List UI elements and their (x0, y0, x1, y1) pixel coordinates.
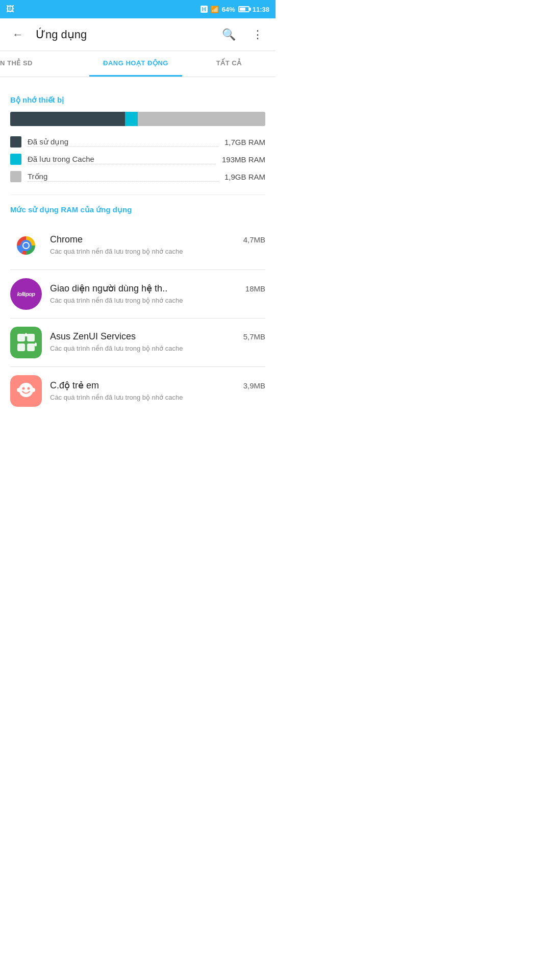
svg-point-12 (22, 387, 25, 390)
battery-percent: 64% (222, 6, 235, 13)
free-color-swatch (10, 171, 21, 182)
apps-section: Mức sử dụng RAM của ứng dụng (10, 205, 265, 415)
cache-color-swatch (10, 154, 21, 165)
chrome-app-size: 4,7MB (243, 235, 265, 244)
search-button[interactable]: 🔍 (218, 24, 240, 45)
svg-rect-6 (27, 334, 35, 341)
svg-point-15 (31, 388, 35, 392)
chrome-name-row: Chrome 4,7MB (50, 234, 265, 245)
free-value: 1,9GB RAM (224, 173, 265, 181)
apps-section-title: Mức sử dụng RAM của ứng dụng (10, 205, 265, 214)
kids-app-size: 3,9MB (243, 381, 265, 390)
svg-rect-5 (17, 334, 25, 341)
memory-bar (10, 112, 265, 126)
kids-name-row: C.độ trẻ em 3,9MB (50, 380, 265, 391)
battery-icon (238, 6, 249, 12)
signal-bars-icon: 📶 (211, 6, 219, 13)
tab-running[interactable]: ĐANG HOẠT ĐỘNG (89, 51, 183, 77)
svg-point-11 (19, 383, 33, 397)
app-item-kids[interactable]: C.độ trẻ em 3,9MB Các quá trình nền đã l… (10, 367, 265, 415)
lollipop-icon-visual: lollipop (10, 278, 42, 310)
svg-rect-7 (17, 344, 25, 351)
kids-app-name: C.độ trẻ em (50, 380, 99, 391)
status-bar: 🖼 H 📶 64% 11:38 (0, 0, 276, 18)
svg-rect-8 (27, 344, 35, 351)
zenui-name-row: Asus ZenUI Services 5,7MB (50, 331, 265, 342)
toolbar: ← Ứng dụng 🔍 ⋮ (0, 18, 276, 51)
chrome-app-name: Chrome (50, 234, 83, 245)
back-button[interactable]: ← (8, 24, 28, 45)
memory-section: Bộ nhớ thiết bị Đã sử dụng 1,7GB RAM Đã … (10, 95, 265, 182)
zenui-app-info: Asus ZenUI Services 5,7MB Các quá trình … (50, 331, 265, 353)
chrome-app-icon (10, 230, 42, 261)
main-content: Bộ nhớ thiết bị Đã sử dụng 1,7GB RAM Đã … (0, 77, 276, 415)
app-item-lollipop[interactable]: lollipop Giao diện người dùng hệ th.. 18… (10, 270, 265, 318)
svg-point-13 (28, 387, 30, 390)
cache-value: 193MB RAM (222, 155, 265, 164)
lollipop-app-icon: lollipop (10, 278, 42, 310)
lollipop-name-row: Giao diện người dùng hệ th.. 18MB (50, 283, 265, 294)
legend-cache: Đã lưu trong Cache 193MB RAM (10, 154, 265, 165)
section-divider (10, 194, 265, 195)
status-bar-left: 🖼 (6, 5, 14, 14)
cloud-icon: 🖼 (6, 5, 14, 14)
kids-app-info: C.độ trẻ em 3,9MB Các quá trình nền đã l… (50, 380, 265, 402)
memory-bar-used (10, 112, 125, 126)
lollipop-app-name: Giao diện người dùng hệ th.. (50, 283, 167, 294)
time-display: 11:38 (253, 6, 269, 13)
zenui-app-size: 5,7MB (243, 332, 265, 341)
memory-section-title: Bộ nhớ thiết bị (10, 95, 265, 105)
used-label: Đã sử dụng (28, 137, 218, 147)
legend-free: Trống 1,9GB RAM (10, 171, 265, 182)
cache-label: Đã lưu trong Cache (28, 155, 216, 164)
lollipop-app-desc: Các quá trình nền đã lưu trong bộ nhớ ca… (50, 296, 265, 305)
used-color-swatch (10, 136, 21, 148)
lollipop-app-size: 18MB (245, 284, 265, 293)
network-h-icon: H (201, 6, 208, 13)
chrome-app-desc: Các quá trình nền đã lưu trong bộ nhớ ca… (50, 247, 265, 256)
kids-icon-visual (10, 375, 42, 407)
memory-bar-cache (125, 112, 138, 126)
lollipop-app-info: Giao diện người dùng hệ th.. 18MB Các qu… (50, 283, 265, 305)
tab-all[interactable]: TẤT CẢ (182, 51, 276, 77)
used-value: 1,7GB RAM (224, 138, 265, 146)
zenui-app-name: Asus ZenUI Services (50, 331, 136, 342)
kids-app-icon (10, 375, 42, 407)
status-bar-right: H 📶 64% 11:38 (201, 6, 269, 13)
tabs-bar: N THẺ SD ĐANG HOẠT ĐỘNG TẤT CẢ (0, 51, 276, 77)
memory-legend: Đã sử dụng 1,7GB RAM Đã lưu trong Cache … (10, 136, 265, 182)
app-item-zenui[interactable]: Asus ZenUI Services 5,7MB Các quá trình … (10, 318, 265, 367)
zenui-icon-visual (10, 327, 42, 358)
app-item-chrome[interactable]: Chrome 4,7MB Các quá trình nền đã lưu tr… (10, 222, 265, 270)
chrome-app-info: Chrome 4,7MB Các quá trình nền đã lưu tr… (50, 234, 265, 256)
tab-sd[interactable]: N THẺ SD (0, 51, 89, 77)
zenui-app-icon (10, 327, 42, 358)
more-options-button[interactable]: ⋮ (248, 24, 267, 45)
app-list: Chrome 4,7MB Các quá trình nền đã lưu tr… (10, 222, 265, 415)
legend-used: Đã sử dụng 1,7GB RAM (10, 136, 265, 148)
zenui-app-desc: Các quá trình nền đã lưu trong bộ nhớ ca… (50, 344, 265, 353)
svg-point-4 (23, 243, 29, 248)
free-label: Trống (28, 172, 218, 182)
memory-bar-free (138, 112, 265, 126)
svg-point-14 (17, 388, 21, 392)
kids-app-desc: Các quá trình nền đã lưu trong bộ nhớ ca… (50, 393, 265, 402)
page-title: Ứng dụng (36, 28, 210, 41)
